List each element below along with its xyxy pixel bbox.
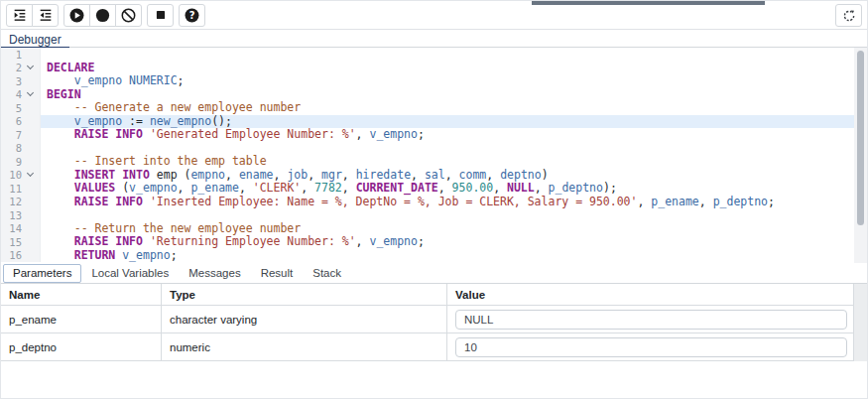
line-number: 14 — [1, 222, 22, 234]
code-text: VALUES (v_empno, p_ename, 'CLERK', 7782,… — [41, 182, 867, 196]
gutter-cell: 8 — [1, 142, 41, 156]
debugger-toolbar: ? — [1, 1, 867, 30]
gutter-cell: 9 — [1, 155, 41, 169]
line-number: 1 — [1, 49, 22, 61]
stop-button-group — [147, 4, 174, 27]
code-line-9[interactable]: 9 -- Insert into the emp table — [1, 155, 867, 169]
horizontal-scrollbar-thumb[interactable] — [532, 1, 765, 5]
toggle-breakpoint-icon — [94, 7, 111, 24]
code-text: BEGIN — [41, 88, 867, 102]
code-line-4[interactable]: 4BEGIN — [1, 88, 867, 102]
param-value-input[interactable] — [455, 310, 847, 330]
gutter-cell: 2 — [1, 62, 41, 75]
table-body: p_enamecharacter varyingp_deptnonumeric — [1, 306, 867, 361]
param-type: character varying — [162, 306, 447, 332]
step-into-icon — [12, 7, 28, 23]
gutter-cell: 11 — [1, 182, 41, 196]
code-text: RAISE INFO 'Returning Employee Number: %… — [41, 235, 867, 249]
table-row: p_deptnonumeric — [1, 333, 867, 361]
code-line-6[interactable]: 6 v_empno := new_empno(); — [1, 115, 867, 129]
code-line-11[interactable]: 11 VALUES (v_empno, p_ename, 'CLERK', 77… — [1, 182, 867, 196]
code-editor[interactable]: 12DECLARE3 v_empno NUMERIC;4BEGIN5 -- Ge… — [1, 48, 867, 263]
column-header-name: Name — [1, 284, 162, 305]
param-value-input[interactable] — [455, 337, 847, 357]
code-lines: 12DECLARE3 v_empno NUMERIC;4BEGIN5 -- Ge… — [1, 48, 867, 262]
code-line-2[interactable]: 2DECLARE — [1, 62, 867, 75]
line-number: 8 — [1, 142, 22, 154]
fold-chevron-down-icon[interactable] — [27, 170, 34, 177]
line-number: 10 — [1, 169, 22, 181]
code-line-15[interactable]: 15 RAISE INFO 'Returning Employee Number… — [1, 235, 867, 249]
line-number: 11 — [1, 183, 22, 195]
svg-text:?: ? — [189, 10, 195, 21]
code-line-12[interactable]: 12 RAISE INFO 'Inserted Employee: Name =… — [1, 196, 867, 209]
line-number: 3 — [1, 75, 22, 87]
code-line-7[interactable]: 7 RAISE INFO 'Generated Employee Number:… — [1, 128, 867, 142]
step-over-button[interactable] — [32, 4, 59, 27]
help-button[interactable]: ? — [179, 4, 205, 27]
gutter-cell: 5 — [1, 101, 41, 115]
line-number: 13 — [1, 209, 22, 221]
line-number: 16 — [1, 249, 22, 261]
panel-tab-parameters[interactable]: Parameters — [3, 264, 81, 283]
gutter-cell: 6 — [1, 115, 41, 129]
param-type: numeric — [162, 333, 447, 360]
table-scrollbar-track[interactable] — [853, 284, 867, 361]
code-line-10[interactable]: 10 INSERT INTO emp (empno, ename, job, m… — [1, 169, 867, 183]
gutter-cell: 7 — [1, 128, 41, 142]
code-line-14[interactable]: 14 -- Return the new employee number — [1, 222, 867, 236]
gutter-cell: 12 — [1, 196, 41, 209]
toggle-breakpoint-button[interactable] — [89, 4, 116, 27]
code-line-13[interactable]: 13 — [1, 208, 867, 222]
fold-chevron-down-icon[interactable] — [27, 63, 34, 69]
code-line-3[interactable]: 3 v_empno NUMERIC; — [1, 74, 867, 88]
code-line-8[interactable]: 8 — [1, 142, 867, 156]
editor-scrollbar-track[interactable] — [854, 48, 867, 263]
code-line-5[interactable]: 5 -- Generate a new employee number — [1, 101, 867, 115]
param-name: p_ename — [1, 306, 162, 332]
code-text: RAISE INFO 'Inserted Employee: Name = %,… — [41, 196, 867, 209]
line-number: 5 — [1, 102, 22, 114]
stop-button[interactable] — [147, 4, 174, 27]
code-line-1[interactable]: 1 — [1, 48, 867, 62]
gutter-cell: 4 — [1, 88, 41, 102]
gutter-cell: 14 — [1, 222, 41, 236]
step-into-button[interactable] — [6, 4, 33, 27]
code-text: -- Generate a new employee number — [41, 101, 867, 115]
gutter-cell: 16 — [1, 249, 41, 263]
refresh-icon — [841, 8, 857, 24]
execution-button-group — [63, 4, 142, 27]
code-text: v_empno := new_empno(); — [41, 115, 867, 129]
continue-icon — [68, 7, 85, 24]
editor-scrollbar-thumb[interactable] — [857, 51, 864, 225]
fold-chevron-down-icon[interactable] — [27, 89, 34, 96]
code-text: RAISE INFO 'Generated Employee Number: %… — [41, 128, 867, 142]
line-number: 12 — [1, 196, 22, 207]
gutter-cell: 3 — [1, 74, 41, 88]
table-header-row: NameTypeValue — [1, 284, 867, 306]
code-text: INSERT INTO emp (empno, ename, job, mgr,… — [41, 169, 867, 183]
code-text: -- Return the new employee number — [41, 222, 867, 236]
line-number: 4 — [1, 88, 22, 100]
panel-tab-stack[interactable]: Stack — [303, 264, 351, 283]
code-text: -- Insert into the emp table — [41, 155, 867, 169]
clear-all-breakpoints-icon — [120, 7, 137, 24]
line-number: 7 — [1, 129, 22, 141]
gutter-cell: 13 — [1, 208, 41, 222]
column-header-value: Value — [447, 284, 867, 305]
panel-tab-bar: ParametersLocal VariablesMessagesResultS… — [1, 263, 867, 284]
code-text: v_empno NUMERIC; — [41, 74, 867, 88]
clear-all-breakpoints-button[interactable] — [115, 4, 142, 27]
line-number: 9 — [1, 156, 22, 168]
continue-button[interactable] — [63, 4, 90, 27]
gutter-cell: 10 — [1, 169, 41, 183]
table-row: p_enamecharacter varying — [1, 306, 867, 333]
panel-tab-result[interactable]: Result — [251, 264, 304, 283]
gutter-cell: 1 — [1, 48, 41, 62]
refresh-button[interactable] — [835, 4, 862, 27]
code-text: DECLARE — [41, 62, 867, 75]
panel-tab-local-variables[interactable]: Local Variables — [81, 264, 179, 283]
debugger-window: ? Debugger 12DECLARE3 v_empno NUMERIC;4B… — [0, 0, 868, 399]
code-line-16[interactable]: 16 RETURN v_empno; — [1, 249, 867, 263]
panel-tab-messages[interactable]: Messages — [179, 264, 250, 283]
